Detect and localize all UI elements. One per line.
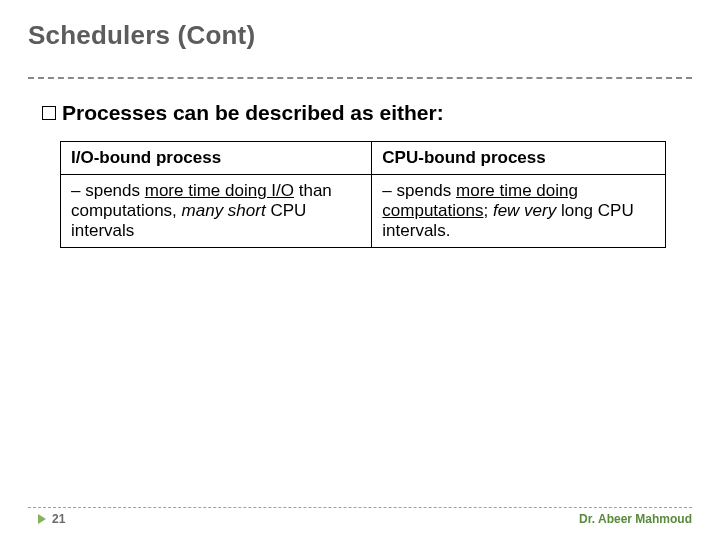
cell-io-bound: – spends more time doing I/O than comput…: [61, 175, 372, 248]
italic-text: few very: [493, 201, 556, 220]
table-header-left: I/O-bound process: [61, 142, 372, 175]
slide-footer: 21 Dr. Abeer Mahmoud: [28, 507, 692, 526]
page-group: 21: [38, 512, 65, 526]
triangle-icon: [38, 514, 46, 524]
bullet-row: Processes can be described as either:: [42, 101, 692, 125]
divider-top: [28, 77, 692, 79]
table-header-right: CPU-bound process: [372, 142, 666, 175]
square-bullet-icon: [42, 106, 56, 120]
table-header-row: I/O-bound process CPU-bound process: [61, 142, 666, 175]
page-number: 21: [52, 512, 65, 526]
text: – spends: [382, 181, 456, 200]
underlined-text: more time doing I/O: [145, 181, 294, 200]
text: ;: [483, 201, 492, 220]
comparison-table: I/O-bound process CPU-bound process – sp…: [60, 141, 666, 248]
cell-cpu-bound: – spends more time doing computations; f…: [372, 175, 666, 248]
italic-text: many short: [182, 201, 266, 220]
slide: Schedulers (Cont) Processes can be descr…: [0, 0, 720, 540]
text: – spends: [71, 181, 145, 200]
slide-title: Schedulers (Cont): [28, 20, 692, 51]
table-row: – spends more time doing I/O than comput…: [61, 175, 666, 248]
footer-row: 21 Dr. Abeer Mahmoud: [28, 512, 692, 526]
divider-bottom: [28, 507, 692, 508]
author-name: Dr. Abeer Mahmoud: [579, 512, 692, 526]
bullet-text: Processes can be described as either:: [62, 101, 444, 125]
